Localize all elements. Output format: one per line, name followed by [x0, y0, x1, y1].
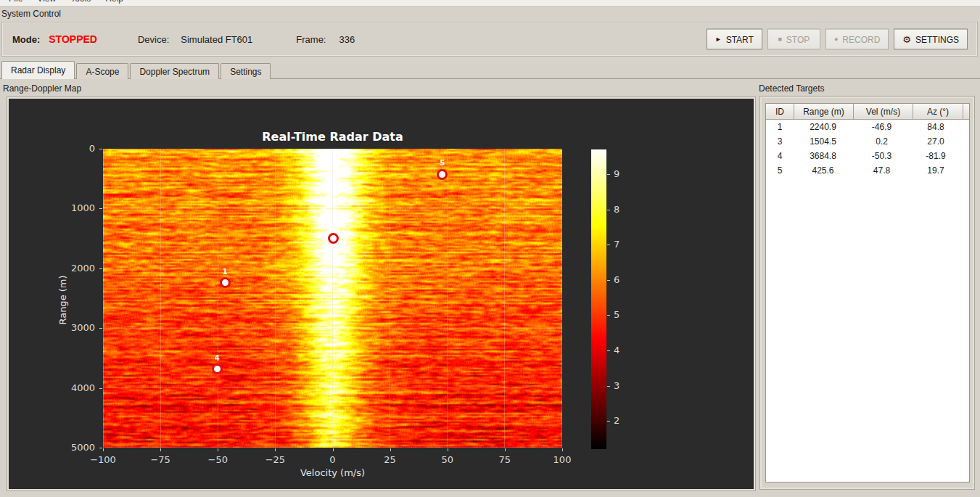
col-header-vel-m-s[interactable]: Vel (m/s)	[854, 104, 913, 120]
menu-item-file[interactable]: File	[1, 0, 30, 5]
cell-range-m: 3684.8	[794, 151, 852, 161]
x-tick-label: −50	[208, 454, 228, 465]
tab-settings[interactable]: Settings	[221, 63, 271, 79]
targets-table-header: IDRange (m)Vel (m/s)Az (°)	[766, 104, 969, 120]
range-doppler-map-label: Range-Doppler Map	[3, 83, 81, 94]
tick-mark	[99, 268, 102, 269]
cell-id: 3	[766, 136, 794, 147]
colorbar-tick-label: 6	[614, 274, 619, 285]
cell-az: 27.0	[911, 136, 960, 147]
menu-item-tools[interactable]: Tools	[63, 0, 98, 5]
menu-bar: FileViewToolsHelp	[0, 0, 980, 7]
menu-item-help[interactable]: Help	[98, 0, 131, 5]
x-axis-label: Velocity (m/s)	[103, 467, 562, 478]
cell-vel-m-s: -46.9	[852, 122, 911, 132]
tick-mark	[99, 388, 102, 389]
detected-targets-panel: IDRange (m)Vel (m/s)Az (°) 12240.9-46.98…	[760, 96, 974, 489]
start-button-label: START	[726, 34, 754, 44]
tick-mark	[218, 448, 218, 451]
tick-mark	[607, 350, 610, 351]
target-marker	[220, 277, 231, 288]
tick-mark	[607, 315, 610, 316]
y-tick-label: 4000	[71, 382, 95, 393]
start-button[interactable]: ►START	[707, 29, 762, 50]
cell-az: 19.7	[911, 165, 960, 176]
table-row[interactable]: 5425.647.819.7	[766, 163, 969, 178]
col-header-az[interactable]: Az (°)	[913, 104, 963, 120]
stop-icon: ■	[778, 36, 781, 43]
tick-mark	[275, 448, 276, 451]
frame-label: Frame:	[296, 34, 326, 45]
y-tick-label: 0	[89, 143, 95, 154]
col-header-id[interactable]: ID	[766, 104, 794, 120]
table-row[interactable]: 43684.8-50.3-81.9	[766, 149, 969, 163]
range-doppler-plot-panel: Real-Time Radar Data Velocity (m/s) Rang…	[7, 97, 755, 490]
control-buttons: ►START■STOP●RECORD⚙SETTINGS	[707, 29, 968, 50]
mode-label: Mode:	[12, 34, 40, 45]
tick-mark	[607, 421, 610, 422]
y-tick-label: 2000	[71, 263, 95, 274]
cell-range-m: 2240.9	[794, 122, 852, 132]
cell-vel-m-s: 47.8	[852, 165, 911, 176]
colorbar-tick-label: 7	[614, 239, 619, 250]
cell-az: -81.9	[911, 151, 960, 161]
target-marker-label: 3	[331, 223, 336, 231]
cell-vel-m-s: -50.3	[852, 151, 911, 161]
tick-mark	[160, 448, 161, 451]
colorbar-tick-label: 4	[614, 345, 619, 356]
x-tick-label: 75	[499, 454, 511, 465]
target-marker-label: 1	[223, 268, 228, 276]
cell-id: 1	[766, 122, 794, 132]
tick-mark	[505, 448, 506, 451]
chart-title: Real-Time Radar Data	[103, 130, 562, 144]
mode-value: STOPPED	[49, 33, 97, 45]
menu-item-view[interactable]: View	[30, 0, 63, 5]
col-header-filler	[963, 104, 969, 120]
record-button[interactable]: ●RECORD	[825, 29, 889, 50]
targets-table: IDRange (m)Vel (m/s)Az (°) 12240.9-46.98…	[765, 103, 970, 482]
x-tick-label: 100	[553, 454, 572, 465]
x-tick-label: −25	[265, 454, 285, 465]
col-header-range-m[interactable]: Range (m)	[794, 104, 854, 120]
system-control-group-label: System Control	[1, 9, 61, 19]
table-row[interactable]: 31504.50.227.0	[766, 134, 969, 149]
tab-doppler-spectrum[interactable]: Doppler Spectrum	[130, 63, 219, 79]
tab-a-scope[interactable]: A-Scope	[76, 63, 128, 79]
colorbar-tick-label: 2	[614, 415, 619, 426]
cell-range-m: 425.6	[794, 165, 852, 176]
tick-mark	[448, 448, 448, 451]
cell-range-m: 1504.5	[794, 136, 852, 147]
colorbar-tick-label: 9	[614, 168, 619, 179]
x-tick-label: 50	[441, 454, 453, 465]
y-tick-label: 5000	[71, 442, 95, 453]
tick-mark	[333, 448, 334, 451]
device-label: Device:	[138, 34, 169, 45]
settings-button-label: SETTINGS	[915, 34, 959, 44]
stop-button[interactable]: ■STOP	[767, 29, 820, 50]
device-value: Simulated FT601	[181, 34, 252, 45]
colorbar-tick-label: 3	[614, 380, 619, 391]
detected-targets-label: Detected Targets	[759, 83, 825, 94]
tab-radar-display[interactable]: Radar Display	[1, 61, 75, 79]
table-row[interactable]: 12240.9-46.984.8	[766, 120, 969, 134]
y-tick-label: 1000	[71, 202, 95, 213]
tick-mark	[607, 174, 610, 175]
cell-id: 5	[766, 165, 794, 176]
record-icon: ●	[834, 36, 838, 43]
cell-az: 84.8	[911, 122, 960, 132]
tick-mark	[99, 448, 102, 448]
play-icon: ►	[715, 36, 722, 43]
range-doppler-heatmap[interactable]	[103, 149, 562, 448]
colorbar-tick-label: 8	[614, 204, 619, 215]
cell-id: 4	[766, 151, 794, 161]
x-tick-label: −75	[150, 454, 170, 465]
target-marker-label: 4	[215, 354, 220, 362]
tick-mark	[99, 208, 102, 209]
tick-mark	[99, 149, 102, 149]
tick-mark	[103, 448, 104, 451]
cell-vel-m-s: 0.2	[852, 136, 911, 147]
settings-button[interactable]: ⚙SETTINGS	[894, 29, 968, 50]
tick-mark	[607, 210, 610, 210]
y-axis-label: Range (m)	[57, 275, 68, 324]
x-tick-label: 0	[329, 454, 335, 465]
